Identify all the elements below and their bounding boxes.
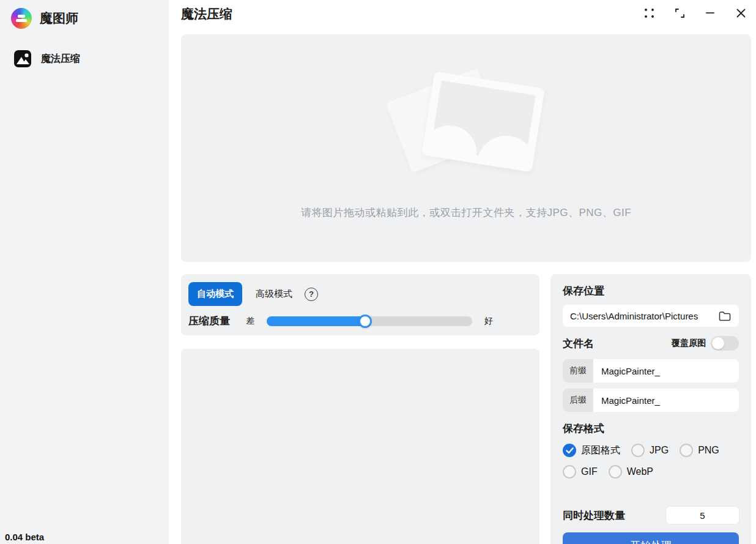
concurrency-label: 同时处理数量 bbox=[563, 509, 625, 523]
prefix-row: 前缀 bbox=[563, 359, 739, 382]
toggle-knob bbox=[712, 337, 724, 349]
image-dropzone[interactable]: 请将图片拖动或粘贴到此，或双击打开文件夹，支持JPG、PNG、GIF bbox=[181, 34, 751, 262]
image-placeholder-icon bbox=[390, 66, 543, 188]
suffix-label: 后缀 bbox=[563, 389, 593, 412]
quality-slider-thumb[interactable] bbox=[358, 315, 372, 328]
quality-slider-fill bbox=[267, 316, 365, 326]
close-icon[interactable] bbox=[733, 5, 749, 21]
app-title: 魔图师 bbox=[40, 10, 78, 27]
minimize-icon[interactable] bbox=[702, 5, 718, 21]
radio-original-format[interactable]: 原图格式 bbox=[563, 444, 620, 457]
quality-label: 压缩质量 bbox=[188, 314, 230, 328]
help-icon[interactable]: ? bbox=[305, 288, 318, 301]
sidebar: 魔图师 魔法压缩 0.04 beta bbox=[0, 0, 169, 544]
concurrency-input[interactable] bbox=[666, 507, 739, 524]
save-path-input[interactable] bbox=[570, 311, 718, 321]
prefix-label: 前缀 bbox=[563, 359, 593, 382]
app-logo-row: 魔图师 bbox=[0, 0, 169, 29]
radio-circle bbox=[563, 444, 576, 457]
start-processing-button[interactable]: 开始处理 bbox=[563, 532, 739, 544]
tab-advanced-mode[interactable]: 高级模式 bbox=[256, 288, 292, 300]
save-format-title: 保存格式 bbox=[563, 422, 739, 436]
radio-jpg[interactable]: JPG bbox=[631, 444, 669, 457]
suffix-input[interactable] bbox=[593, 389, 739, 412]
radio-png[interactable]: PNG bbox=[680, 444, 719, 457]
filename-title: 文件名 bbox=[563, 337, 594, 351]
fullscreen-icon[interactable] bbox=[672, 5, 687, 21]
sidebar-item-label: 魔法压缩 bbox=[41, 53, 80, 65]
quality-low-label: 差 bbox=[246, 316, 254, 327]
dots-menu-icon[interactable] bbox=[641, 5, 657, 21]
quality-slider[interactable] bbox=[267, 316, 472, 326]
overwrite-label: 覆盖原图 bbox=[672, 338, 706, 349]
app-logo-icon bbox=[11, 8, 32, 29]
save-path-field bbox=[563, 305, 739, 327]
prefix-input[interactable] bbox=[593, 359, 739, 382]
radio-gif[interactable]: GIF bbox=[563, 465, 598, 479]
file-list-panel bbox=[181, 349, 539, 544]
save-location-title: 保存位置 bbox=[563, 284, 739, 298]
folder-icon[interactable] bbox=[718, 309, 732, 322]
radio-circle bbox=[563, 465, 576, 479]
radio-webp[interactable]: WebP bbox=[609, 465, 653, 479]
version-label: 0.04 beta bbox=[5, 532, 44, 542]
save-panel: 保存位置 文件名 覆盖原图 前缀 后缀 保存格式 原图格式 bbox=[550, 274, 751, 544]
quality-high-label: 好 bbox=[484, 316, 493, 327]
sidebar-item-magic-compress[interactable]: 魔法压缩 bbox=[10, 46, 161, 72]
overwrite-toggle[interactable] bbox=[711, 336, 739, 351]
page-title: 魔法压缩 bbox=[181, 6, 232, 23]
suffix-row: 后缀 bbox=[563, 389, 739, 412]
radio-circle bbox=[609, 465, 622, 479]
logo-glyph-icon bbox=[16, 15, 27, 22]
radio-circle bbox=[631, 444, 645, 457]
mode-panel: 自动模式 高级模式 ? 压缩质量 差 好 bbox=[181, 274, 539, 335]
radio-circle bbox=[680, 444, 693, 457]
window-controls bbox=[641, 5, 749, 21]
dropzone-hint: 请将图片拖动或粘贴到此，或双击打开文件夹，支持JPG、PNG、GIF bbox=[181, 206, 751, 220]
image-icon bbox=[13, 50, 32, 68]
tab-auto-mode[interactable]: 自动模式 bbox=[188, 282, 242, 306]
